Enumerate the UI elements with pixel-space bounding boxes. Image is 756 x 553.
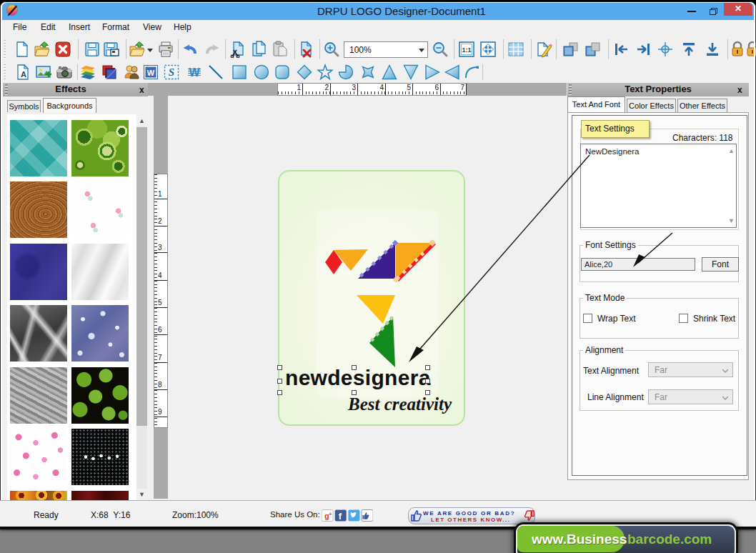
svg-text:1:1: 1:1: [462, 46, 471, 54]
svg-text:W: W: [147, 69, 155, 77]
svg-text:S: S: [169, 66, 174, 78]
svg-text:Best creativity: Best creativity: [347, 394, 452, 414]
svg-text:newdesignera: newdesignera: [285, 366, 431, 389]
svg-text:f: f: [339, 511, 342, 522]
svg-text:W: W: [189, 66, 200, 79]
svg-text:+: +: [329, 511, 332, 517]
svg-text:A: A: [21, 70, 26, 79]
